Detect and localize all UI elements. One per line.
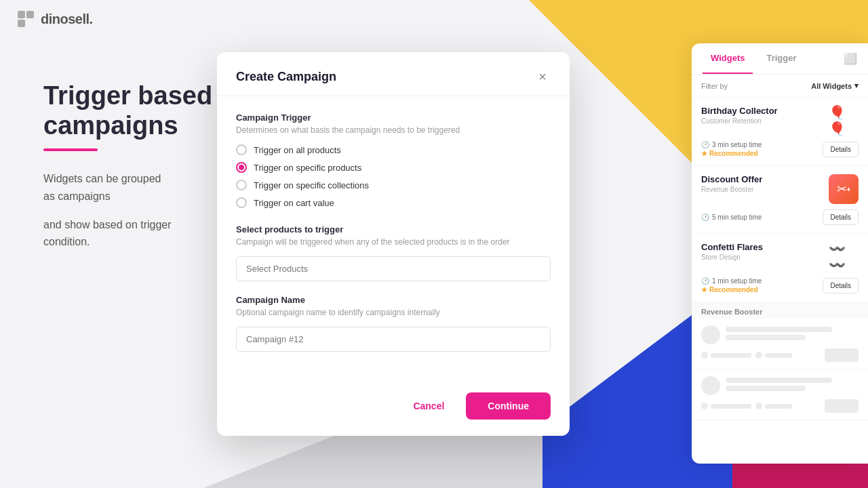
radio-circle-cart bbox=[236, 197, 247, 208]
cancel-button[interactable]: Cancel bbox=[402, 394, 455, 418]
select-products-input[interactable] bbox=[236, 256, 551, 281]
radio-label-specific: Trigger on specific products bbox=[254, 163, 361, 173]
radio-label-collections: Trigger on specific collections bbox=[254, 180, 369, 190]
select-products-label: Select products to trigger bbox=[236, 224, 551, 235]
radio-cart-value[interactable]: Trigger on cart value bbox=[236, 197, 551, 208]
radio-circle-specific bbox=[236, 162, 247, 173]
modal-body: Campaign Trigger Determines on what basi… bbox=[217, 96, 570, 382]
trigger-radio-group: Trigger on all products Trigger on speci… bbox=[236, 144, 551, 208]
radio-circle-collections bbox=[236, 180, 247, 190]
campaign-name-label: Campaign Name bbox=[236, 295, 551, 305]
select-products-section: Select products to trigger Campaign will… bbox=[236, 224, 551, 281]
campaign-name-input[interactable] bbox=[236, 327, 551, 352]
campaign-trigger-label: Campaign Trigger bbox=[236, 113, 551, 123]
create-campaign-modal: Create Campaign × Campaign Trigger Deter… bbox=[217, 52, 570, 436]
select-products-desc: Campaign will be triggered when any of t… bbox=[236, 237, 551, 247]
modal-title: Create Campaign bbox=[236, 70, 336, 84]
radio-label-all: Trigger on all products bbox=[254, 145, 341, 155]
radio-circle-all bbox=[236, 144, 247, 155]
campaign-name-section: Campaign Name Optional campaign name to … bbox=[236, 295, 551, 352]
campaign-name-desc: Optional campaign name to identify campa… bbox=[236, 308, 551, 317]
radio-all-products[interactable]: Trigger on all products bbox=[236, 144, 551, 155]
continue-button[interactable]: Continue bbox=[466, 392, 551, 420]
modal-overlay: Create Campaign × Campaign Trigger Deter… bbox=[0, 0, 868, 488]
modal-close-button[interactable]: × bbox=[534, 68, 551, 85]
radio-label-cart: Trigger on cart value bbox=[254, 198, 334, 208]
radio-specific-collections[interactable]: Trigger on specific collections bbox=[236, 180, 551, 190]
campaign-trigger-desc: Determines on what basis the campaign ne… bbox=[236, 125, 551, 135]
radio-dot-specific bbox=[239, 165, 244, 170]
campaign-trigger-section: Campaign Trigger Determines on what basi… bbox=[236, 113, 551, 208]
modal-header: Create Campaign × bbox=[217, 52, 570, 96]
radio-specific-products[interactable]: Trigger on specific products bbox=[236, 162, 551, 173]
modal-footer: Cancel Continue bbox=[217, 382, 570, 436]
